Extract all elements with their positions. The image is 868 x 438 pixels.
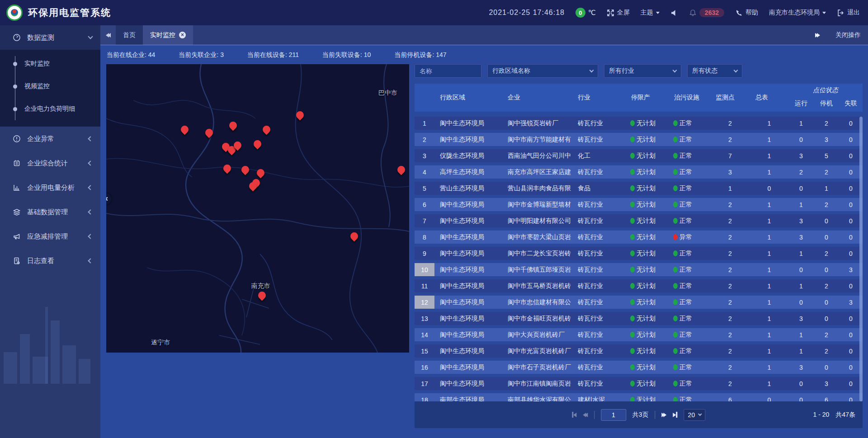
stat-label: 当前在线设备	[247, 51, 285, 58]
stat-item: 当前失联设备: 10	[322, 51, 371, 59]
cell-index: 6	[415, 198, 434, 211]
sidebar-subitem-0[interactable]: 实时监控	[0, 52, 100, 75]
map-pin[interactable]	[296, 111, 304, 119]
page-size-select[interactable]: 20	[684, 409, 706, 421]
map-pin[interactable]	[257, 169, 265, 177]
table-row[interactable]: 17阆中生态环境局阆中市江南镇阆南页岩砖瓦行业无计划正常21030	[415, 377, 863, 390]
tab-close-icon[interactable]: ×	[179, 32, 186, 38]
stat-colon: :	[360, 51, 364, 58]
table-row[interactable]: 12阆中生态环境局阆中市忠信建材有限公砖瓦行业无计划正常21003	[415, 296, 863, 309]
sidebar-item-4[interactable]: 基础数据管理	[0, 200, 100, 224]
table-row[interactable]: 6阆中生态环境局阆中市金博瑞新型墙材砖瓦行业无计划正常21120	[415, 198, 863, 211]
table-row[interactable]: 16阆中生态环境局阆中市石子页岩机砖厂砖瓦行业无计划正常21300	[415, 361, 863, 374]
table-row[interactable]: 1阆中生态环境局阆中强锐页岩砖厂砖瓦行业无计划正常21120	[415, 117, 863, 130]
sidebar-item-0[interactable]: 数据监测	[0, 25, 100, 50]
table-row[interactable]: 8阆中生态环境局阆中市枣碧大梁山页岩砖瓦行业无计划异常21300	[415, 231, 863, 244]
map-pin[interactable]	[241, 166, 250, 174]
sidebar-subitem-1[interactable]: 视频监控	[0, 75, 100, 98]
fullscreen-button[interactable]: 全屏	[607, 9, 630, 17]
table-row[interactable]: 15阆中生态环境局阆中市光富页岩机砖厂砖瓦行业无计划正常21120	[415, 344, 863, 358]
cell-points: 2	[710, 117, 750, 130]
submenu-dot-icon	[13, 85, 17, 89]
cell-index: 7	[415, 214, 434, 227]
cell-points: 2	[710, 361, 750, 374]
table-scrollbar[interactable]	[859, 117, 863, 401]
last-page-button[interactable]	[673, 412, 678, 418]
name-filter-field[interactable]	[415, 64, 481, 78]
table-row[interactable]: 13阆中生态环境局阆中市金福旺页岩机砖砖瓦行业无计划正常21300	[415, 312, 863, 325]
cell-industry: 砖瓦行业	[572, 312, 626, 325]
table-row[interactable]: 5营山生态环境局营山县润丰肉食品有限食品无计划正常10010	[415, 182, 863, 195]
industry-filter-select[interactable]: 所有行业	[604, 64, 681, 78]
page-input[interactable]	[601, 409, 626, 421]
sidebar-item-6[interactable]: 日志查看	[0, 249, 100, 273]
cell-region: 高坪生态环境局	[434, 165, 502, 179]
cell-industry: 砖瓦行业	[572, 344, 626, 358]
cell-plan: 无计划	[626, 198, 669, 211]
sound-button[interactable]	[670, 9, 678, 17]
region-filter-select[interactable]: 行政区域名称	[487, 64, 598, 78]
chevron-left-icon	[88, 136, 93, 141]
table-row[interactable]: 11阆中生态环境局阆中市五马桥页岩机砖砖瓦行业无计划正常21120	[415, 279, 863, 292]
table-row[interactable]: 7阆中生态环境局阆中明阳建材有限公司砖瓦行业无计划正常21300	[415, 214, 863, 227]
sidebar-item-3[interactable]: 企业用电量分析	[0, 175, 100, 200]
cell-stop: 0	[814, 361, 839, 374]
page-size-value: 20	[688, 411, 695, 419]
map-pin[interactable]	[254, 140, 262, 148]
map-panel[interactable]: 巴中市南充市遂宁市	[106, 64, 409, 353]
tab-1[interactable]: 实时监控×	[143, 25, 193, 45]
theme-button[interactable]: 主题	[641, 9, 660, 17]
close-operations-button[interactable]: 关闭操作	[835, 31, 861, 39]
map-pin[interactable]	[234, 141, 242, 150]
help-button[interactable]: 帮助	[735, 9, 758, 17]
table-row[interactable]: 9阆中生态环境局阆中市二龙长宝页岩砖砖瓦行业无计划正常21120	[415, 247, 863, 260]
sidebar-item-5[interactable]: 应急减排管理	[0, 224, 100, 249]
cell-facility: 正常	[669, 182, 710, 195]
tabs-scroll-right-button[interactable]	[815, 33, 820, 38]
name-filter-input[interactable]	[420, 67, 476, 75]
table-row[interactable]: 3仪陇生态环境局西南油气田分公司川中化工无计划正常71350	[415, 149, 863, 162]
cell-meter: 1	[750, 149, 788, 162]
map-pin[interactable]	[229, 122, 237, 130]
map-pin[interactable]	[350, 232, 359, 240]
sidebar-subitem-2[interactable]: 企业电力负荷明细	[0, 98, 100, 120]
chevron-left-icon	[88, 209, 93, 214]
cell-facility-text: 正常	[679, 136, 692, 144]
tab-0[interactable]: 首页	[116, 25, 143, 45]
map-pin[interactable]	[263, 126, 271, 134]
table-row[interactable]: 2阆中生态环境局阆中市南方节能建材有砖瓦行业无计划正常21030	[415, 133, 863, 146]
map-pin[interactable]	[249, 182, 257, 190]
sidebar-item-2[interactable]: 企业综合统计	[0, 151, 100, 175]
cell-meter: 1	[750, 344, 788, 358]
prev-page-button[interactable]	[583, 413, 588, 417]
table-row[interactable]: 18南部生态环境局南部县雄华水泥有限公建材|水泥无计划正常60060	[415, 393, 863, 401]
cell-company: 阆中市金博瑞新型墙材	[502, 198, 572, 211]
cell-plan-text: 无计划	[637, 363, 656, 372]
map-pin[interactable]	[181, 126, 189, 134]
map-pin[interactable]	[205, 129, 213, 137]
cell-plan: 无计划	[626, 165, 669, 179]
cell-index: 14	[415, 328, 434, 341]
stat-item: 当前停机设备: 147	[394, 51, 446, 59]
alerts-button[interactable]: 2632	[689, 8, 724, 17]
table-row[interactable]: 10阆中生态环境局阆中千佛镇五郎垭页岩砖瓦行业无计划正常21003	[415, 263, 863, 276]
map-pin[interactable]	[258, 292, 266, 300]
next-page-button[interactable]	[662, 413, 667, 417]
region-filter-value: 行政区域名称	[492, 67, 530, 75]
org-menu[interactable]: 南充市生态环境局	[769, 9, 826, 17]
cell-industry: 砖瓦行业	[572, 377, 626, 390]
sidebar-item-1[interactable]: 企业异常	[0, 127, 100, 151]
logout-button[interactable]: 退出	[837, 9, 860, 17]
cell-points: 3	[710, 165, 750, 179]
status-filter-select[interactable]: 所有状态	[687, 64, 742, 78]
table-row[interactable]: 4高坪生态环境局南充市高坪区王家店建砖瓦行业无计划正常31220	[415, 165, 863, 179]
tabs-scroll-left-button[interactable]	[100, 25, 116, 45]
map-pin[interactable]	[223, 165, 231, 173]
table-row[interactable]: 14阆中生态环境局阆中大兴页岩机砖厂砖瓦行业无计划正常21120	[415, 328, 863, 341]
cell-plan: 无计划	[626, 231, 669, 244]
header-toolbar: 2021-02-25 17:46:18 0 ℃ 全屏 主题	[489, 8, 860, 18]
pin-icon	[349, 231, 360, 242]
status-dot-red	[673, 234, 678, 240]
map-pin[interactable]	[397, 166, 406, 174]
first-page-button[interactable]	[572, 412, 576, 418]
